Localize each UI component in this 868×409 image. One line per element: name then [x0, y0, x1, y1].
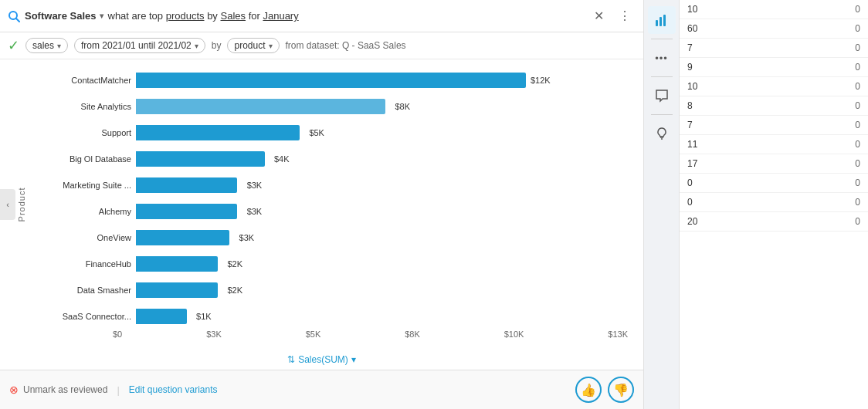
- bar-label: OneView: [39, 233, 131, 242]
- bar-chart-sidebar-button[interactable]: [648, 6, 676, 34]
- bar-label: Big Ol Database: [39, 154, 131, 164]
- unmark-label: Unmark as reviewed: [23, 384, 107, 395]
- bar-value: $3K: [247, 181, 263, 190]
- bar-container: $3K: [136, 204, 636, 219]
- edit-variants-link[interactable]: Edit question variants: [129, 384, 218, 395]
- verified-icon: ✓: [8, 37, 19, 54]
- table-cell-col2: 0: [785, 0, 868, 19]
- bar-value: $1K: [196, 312, 212, 321]
- thumbs-down-button[interactable]: 👎: [608, 377, 634, 403]
- bar[interactable]: $8K: [136, 99, 385, 114]
- table-row: 110: [680, 135, 868, 154]
- bar-row: ContactMatcher$12K: [39, 69, 636, 91]
- close-circle-icon: ⊗: [9, 384, 19, 396]
- bar-row: Big Ol Database$4K: [39, 148, 636, 170]
- bar-value: $3K: [239, 233, 255, 242]
- chart-area: ‹ Product ContactMatcher$12KSite Analyti…: [0, 59, 643, 350]
- sidebar-divider-2: [651, 76, 673, 77]
- table-row: 70: [680, 116, 868, 135]
- data-table-area: 100600709010080701101700000200: [680, 0, 868, 409]
- bar-row: Support$5K: [39, 122, 636, 144]
- by-label: by: [212, 40, 222, 51]
- table-cell-col1: 10: [680, 77, 785, 96]
- sales-filter-chip[interactable]: sales ▾: [25, 38, 68, 53]
- bar[interactable]: $1K: [136, 309, 187, 324]
- sort-chevron-icon: ▾: [351, 354, 356, 365]
- comment-sidebar-button[interactable]: [648, 82, 676, 110]
- lightbulb-sidebar-button[interactable]: [648, 120, 676, 147]
- table-row: 80: [680, 96, 868, 116]
- table-cell-col2: 0: [785, 212, 868, 232]
- bar-label: FinanceHub: [39, 259, 131, 269]
- table-cell-col1: 60: [680, 19, 785, 39]
- bar[interactable]: $4K: [136, 151, 265, 167]
- feedback-buttons: 👍 👎: [575, 377, 634, 403]
- bar-value: $2K: [227, 259, 242, 269]
- table-cell-col1: 7: [680, 116, 785, 135]
- bar-value: $2K: [227, 286, 242, 295]
- x-axis: $0 $3K $5K $8K $10K $13K: [15, 330, 636, 342]
- table-row: 600: [680, 19, 868, 39]
- search-bar: Software Sales ▾ what are top products b…: [0, 0, 643, 32]
- date-filter-chip[interactable]: from 2021/01 until 2021/02 ▾: [74, 38, 205, 53]
- table-row: 00: [680, 193, 868, 212]
- bar[interactable]: $2K: [136, 256, 218, 272]
- bar[interactable]: $3K: [136, 177, 237, 193]
- table-cell-col1: 0: [680, 193, 785, 212]
- table-row: 100: [680, 0, 868, 19]
- collapse-button[interactable]: ‹: [0, 189, 15, 220]
- table-row: 00: [680, 174, 868, 193]
- bar-container: $8K: [136, 99, 636, 114]
- table-cell-col2: 0: [785, 77, 868, 96]
- bar-label: SaaS Connector...: [39, 312, 131, 321]
- table-cell-col2: 0: [785, 154, 868, 174]
- bar[interactable]: $3K: [136, 204, 237, 219]
- bar-value: $5K: [309, 128, 324, 137]
- date-chip-chevron: ▾: [195, 42, 198, 50]
- table-cell-col2: 0: [785, 193, 868, 212]
- bar[interactable]: $2K: [136, 282, 218, 298]
- search-icon: [8, 10, 20, 22]
- thumbs-up-icon: 👍: [581, 383, 596, 397]
- bar-value: $8K: [395, 102, 410, 111]
- bar-row: FinanceHub$2K: [39, 253, 636, 275]
- more-options-button[interactable]: ⋮: [614, 5, 636, 27]
- app-chevron-icon: ▾: [100, 12, 103, 20]
- sidebar-divider-3: [651, 114, 673, 115]
- app-name[interactable]: Software Sales ▾: [25, 10, 103, 22]
- bar-label: Marketing Suite ...: [39, 181, 131, 190]
- unmark-reviewed-button[interactable]: ⊗ Unmark as reviewed: [9, 384, 107, 396]
- table-cell-col2: 0: [785, 19, 868, 39]
- bar[interactable]: $3K: [136, 230, 229, 245]
- table-cell-col2: 0: [785, 116, 868, 135]
- bar[interactable]: $5K: [136, 125, 300, 140]
- table-cell-col2: 0: [785, 135, 868, 154]
- icon-sidebar: •••: [644, 0, 680, 409]
- table-row: 70: [680, 39, 868, 58]
- table-row: 170: [680, 154, 868, 174]
- search-query: what are top products by Sales for Janua…: [108, 10, 584, 22]
- sort-label[interactable]: ⇅ Sales(SUM) ▾: [0, 350, 643, 370]
- bar-row: OneView$3K: [39, 227, 636, 248]
- table-cell-col1: 9: [680, 58, 785, 77]
- bar-label: Support: [39, 128, 131, 137]
- close-button[interactable]: ✕: [588, 5, 609, 27]
- table-cell-col1: 7: [680, 39, 785, 58]
- table-row: 200: [680, 212, 868, 232]
- svg-line-1: [16, 19, 19, 22]
- bar[interactable]: $12K: [136, 73, 526, 88]
- bar-label: Alchemy: [39, 207, 131, 216]
- product-filter-chip[interactable]: product ▾: [227, 38, 279, 53]
- bar-container: $1K: [136, 309, 636, 324]
- more-sidebar-button[interactable]: •••: [648, 44, 676, 72]
- product-chip-chevron: ▾: [269, 42, 273, 50]
- table-cell-col1: 17: [680, 154, 785, 174]
- data-table: 100600709010080701101700000200: [680, 0, 868, 232]
- sidebar-divider-1: [651, 39, 673, 39]
- bar-label: ContactMatcher: [39, 76, 131, 85]
- right-panel: ••• 100600709010080701101700000200: [644, 0, 868, 409]
- thumbs-up-button[interactable]: 👍: [575, 377, 602, 403]
- bar-label: Data Smasher: [39, 286, 131, 295]
- bar-container: $4K: [136, 151, 636, 167]
- table-cell-col2: 0: [785, 39, 868, 58]
